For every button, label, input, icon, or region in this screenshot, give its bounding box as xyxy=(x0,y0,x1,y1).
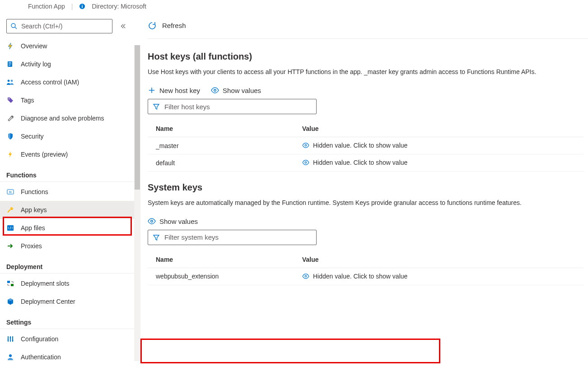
refresh-icon xyxy=(148,21,157,30)
svg-rect-8 xyxy=(9,65,10,65)
info-icon xyxy=(79,3,85,9)
table-row[interactable]: webpubsub_extension Hidden value. Click … xyxy=(148,268,583,285)
filter-host-keys[interactable] xyxy=(148,99,317,114)
sidebar-item-diagnose[interactable]: Diagnose and solve problems xyxy=(0,109,134,127)
eye-icon xyxy=(211,87,219,93)
lightning-icon xyxy=(6,42,14,50)
svg-point-32 xyxy=(305,162,307,163)
sliders-icon xyxy=(6,335,14,343)
svg-point-34 xyxy=(305,275,307,277)
system-keys-section: System keys System keys are automaticall… xyxy=(148,172,588,285)
svg-point-33 xyxy=(151,220,153,222)
sidebar-item-deployment-slots[interactable]: Deployment slots xyxy=(0,274,134,292)
sidebar-item-access-control[interactable]: Access control (IAM) xyxy=(0,73,134,91)
person-icon xyxy=(6,353,14,361)
tag-icon xyxy=(6,96,14,104)
sidebar-item-proxies[interactable]: Proxies xyxy=(0,237,134,255)
slots-icon xyxy=(6,279,14,288)
svg-point-31 xyxy=(305,144,307,146)
people-icon xyxy=(6,78,14,86)
svg-rect-2 xyxy=(82,5,83,6)
shield-icon xyxy=(6,132,14,140)
sidebar-item-configuration[interactable]: Configuration xyxy=(0,330,134,348)
eye-icon xyxy=(302,143,309,148)
fx-icon: fx xyxy=(6,188,14,196)
search-input[interactable] xyxy=(21,23,108,30)
svg-rect-1 xyxy=(82,6,83,8)
host-keys-description: Use Host keys with your clients to acces… xyxy=(148,67,581,76)
highlight-system-key-row xyxy=(140,339,440,363)
svg-point-25 xyxy=(9,337,11,338)
separator: | xyxy=(71,3,73,10)
new-host-key-button[interactable]: New host key xyxy=(148,86,200,94)
table-row[interactable]: _master Hidden value. Click to show valu… xyxy=(148,137,583,154)
filter-host-keys-input[interactable] xyxy=(164,103,312,111)
sidebar-item-overview[interactable]: Overview xyxy=(0,37,134,55)
box-icon xyxy=(6,297,14,306)
sidebar-section-functions: Functions xyxy=(0,163,134,182)
svg-point-11 xyxy=(9,98,9,99)
filter-icon xyxy=(153,234,160,241)
collapse-sidebar-button[interactable] xyxy=(118,21,128,31)
sidebar-item-security[interactable]: Security xyxy=(0,127,134,145)
sidebar-item-activity-log[interactable]: Activity log xyxy=(0,55,134,73)
sidebar-item-label: Deployment Center xyxy=(21,298,75,305)
sidebar-item-label: Tags xyxy=(21,97,34,104)
sidebar-item-deployment-center[interactable]: Deployment Center xyxy=(0,292,134,311)
svg-point-26 xyxy=(12,339,13,341)
col-value: Value xyxy=(297,251,583,268)
sidebar-item-label: Overview xyxy=(21,42,47,50)
eye-icon xyxy=(302,274,309,279)
sidebar-item-label: Authentication xyxy=(21,353,61,361)
host-keys-title: Host keys (all functions) xyxy=(148,51,583,62)
sidebar-search[interactable] xyxy=(6,19,112,33)
sidebar-item-label: Functions xyxy=(21,188,48,195)
svg-rect-6 xyxy=(9,62,11,63)
show-value-link[interactable]: Hidden value. Click to show value xyxy=(302,273,407,280)
svg-rect-7 xyxy=(9,64,11,64)
sidebar-item-tags[interactable]: Tags xyxy=(0,91,134,109)
plus-icon xyxy=(148,86,156,94)
sidebar-item-label: Access control (IAM) xyxy=(21,79,79,86)
sidebar: Overview Activity log Access control (IA… xyxy=(0,13,134,376)
show-value-link[interactable]: Hidden value. Click to show value xyxy=(302,142,407,149)
bolt-icon xyxy=(6,150,14,158)
filter-icon xyxy=(153,103,160,110)
svg-point-30 xyxy=(214,89,216,91)
svg-point-9 xyxy=(8,80,10,82)
svg-point-14 xyxy=(10,207,13,210)
show-system-values-button[interactable]: Show values xyxy=(148,218,198,225)
svg-point-27 xyxy=(9,354,12,357)
svg-rect-20 xyxy=(11,284,14,286)
sidebar-section-deployment: Deployment xyxy=(0,255,134,274)
refresh-button[interactable]: Refresh xyxy=(162,22,186,29)
sidebar-item-label: App files xyxy=(21,224,45,232)
col-value: Value xyxy=(297,121,583,137)
svg-rect-19 xyxy=(7,281,10,283)
host-keys-table: Name Value _master Hidden value. Click t… xyxy=(148,121,583,172)
filter-system-keys[interactable] xyxy=(148,230,317,245)
sidebar-item-events[interactable]: Events (preview) xyxy=(0,145,134,163)
arrow-icon xyxy=(6,242,14,250)
col-name: Name xyxy=(148,251,297,268)
system-keys-description: System keys are automatically managed by… xyxy=(148,198,581,207)
sidebar-item-label: Events (preview) xyxy=(21,151,68,158)
svg-text:fx: fx xyxy=(9,190,12,194)
table-row[interactable]: default Hidden value. Click to show valu… xyxy=(148,154,583,172)
sidebar-item-functions[interactable]: fx Functions xyxy=(0,183,134,201)
sidebar-item-label: Activity log xyxy=(21,60,51,68)
svg-point-3 xyxy=(11,23,15,28)
filter-system-keys-input[interactable] xyxy=(164,233,312,241)
eye-icon xyxy=(302,160,309,165)
show-host-values-button[interactable]: Show values xyxy=(211,87,261,94)
code-icon xyxy=(6,224,14,232)
sidebar-item-app-files[interactable]: App files xyxy=(0,219,134,237)
sidebar-item-authentication[interactable]: Authentication xyxy=(0,348,134,366)
sidebar-item-app-keys[interactable]: App keys xyxy=(0,201,134,219)
sidebar-item-label: Security xyxy=(21,133,44,140)
svg-point-10 xyxy=(11,80,13,82)
log-icon xyxy=(6,60,14,68)
show-value-link[interactable]: Hidden value. Click to show value xyxy=(302,159,407,166)
sidebar-item-label: Deployment slots xyxy=(21,280,69,287)
system-keys-table: Name Value webpubsub_extension Hidden va… xyxy=(148,251,583,285)
